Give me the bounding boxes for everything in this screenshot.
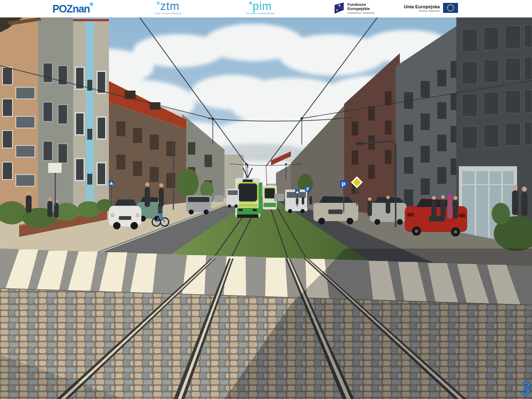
poznan-star-icon: * [89, 0, 94, 12]
svg-text:★: ★ [335, 8, 338, 12]
street-render: P P [0, 17, 532, 399]
watermark-digit: 3 [520, 378, 530, 399]
pim-logo-text: pim [252, 1, 272, 12]
poznan-logo-text: POZnan [52, 3, 90, 15]
poznan-logo: POZnan * [52, 2, 94, 15]
fundusze-title-line2: Europejskie [347, 7, 374, 11]
unia-subtitle: Fundusz Spójności [419, 10, 440, 12]
pim-subtitle: Poznańskie Inwestycje Miejskie [246, 12, 275, 15]
white-sign-back [48, 163, 62, 173]
parking-sign-small-letter: P [306, 187, 309, 192]
ztm-logo: * ztm Zarząd Transportu Miejskiego [148, 1, 188, 15]
unia-title: Unia Europejska [404, 4, 440, 9]
eu-flag-icon [443, 3, 458, 13]
logo-header: POZnan * * ztm Zarząd Transportu Miejski… [0, 0, 532, 17]
parking-sign-large-letter: P [342, 181, 345, 188]
render-canvas: P P [0, 17, 532, 399]
van-white-left [227, 189, 239, 208]
suv-gray [186, 195, 211, 214]
fundusze-europejskie-logo: ★ ★ ★ Fundusze Europejskie Infrastruktur… [334, 2, 374, 15]
visualization-page: POZnan * * ztm Zarząd Transportu Miejski… [0, 0, 532, 399]
ztm-star-icon: * [156, 1, 160, 9]
fundusze-flag-icon: ★ ★ ★ [334, 2, 345, 15]
pim-star-icon: * [249, 1, 252, 9]
ztm-logo-text: ztm [160, 1, 180, 12]
fundusze-subtitle: Infrastruktura i Środowisko [347, 12, 374, 14]
pim-logo: * pim Poznańskie Inwestycje Miejskie [239, 1, 281, 15]
unia-europejska-logo: Unia Europejska Fundusz Spójności [404, 3, 458, 13]
svg-text:★: ★ [340, 6, 343, 10]
ztm-subtitle: Zarząd Transportu Miejskiego [154, 12, 182, 15]
